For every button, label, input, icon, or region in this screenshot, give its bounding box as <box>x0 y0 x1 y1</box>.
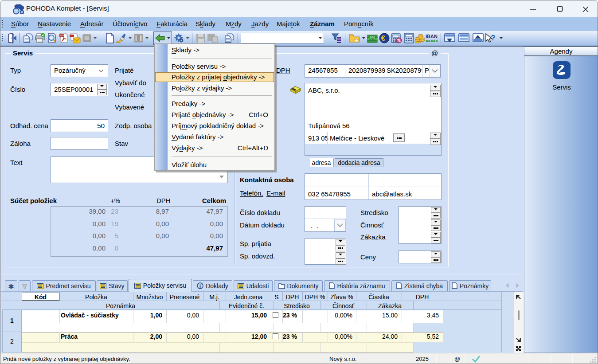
svg-text:IBAN: IBAN <box>426 34 438 39</box>
svg-text:€: € <box>381 34 386 43</box>
svg-text:PDF: PDF <box>60 34 64 37</box>
svg-text:?: ? <box>491 34 495 42</box>
